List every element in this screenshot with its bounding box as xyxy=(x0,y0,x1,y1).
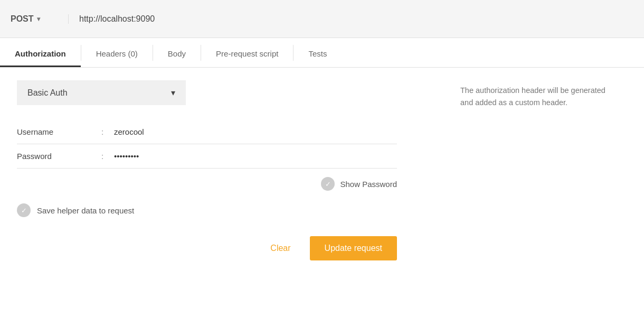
main-panel: Basic Auth ▾ Username : Password : ✓ Sho… xyxy=(0,68,443,273)
show-password-checkbox[interactable]: ✓ xyxy=(321,177,335,191)
password-row: Password : xyxy=(17,144,397,169)
clear-button[interactable]: Clear xyxy=(260,237,301,259)
auth-type-label: Basic Auth xyxy=(27,88,68,98)
auth-dropdown-chevron-icon: ▾ xyxy=(171,88,175,98)
url-bar[interactable]: http://localhost:9090 xyxy=(69,14,633,24)
password-label: Password xyxy=(17,152,101,161)
tab-body[interactable]: Body xyxy=(153,42,201,67)
tab-headers[interactable]: Headers (0) xyxy=(81,42,153,67)
tab-tests[interactable]: Tests xyxy=(293,42,342,67)
tab-authorization[interactable]: Authorization xyxy=(0,42,81,67)
tabs-bar: Authorization Headers (0) Body Pre-reque… xyxy=(0,38,644,68)
password-colon: : xyxy=(101,152,114,161)
username-input[interactable] xyxy=(114,125,397,138)
method-label: POST xyxy=(11,14,34,24)
save-helper-label: Save helper data to request xyxy=(37,206,134,215)
username-colon: : xyxy=(101,127,114,136)
side-panel-line1: The authorization header will be generat… xyxy=(460,85,627,97)
top-bar: POST ▾ http://localhost:9090 xyxy=(0,0,644,38)
tab-prerequest[interactable]: Pre-request script xyxy=(201,42,293,67)
save-helper-checkmark-icon: ✓ xyxy=(21,207,27,214)
side-panel-line2: and added as a custom header. xyxy=(460,97,627,109)
method-selector[interactable]: POST ▾ xyxy=(11,14,69,24)
method-chevron-icon: ▾ xyxy=(37,15,40,23)
save-helper-row: ✓ Save helper data to request xyxy=(17,195,427,232)
show-password-label: Show Password xyxy=(340,180,397,189)
content-area: Basic Auth ▾ Username : Password : ✓ Sho… xyxy=(0,68,644,273)
username-label: Username xyxy=(17,127,101,136)
password-input[interactable] xyxy=(114,150,397,163)
username-row: Username : xyxy=(17,120,397,144)
side-panel: The authorization header will be generat… xyxy=(443,68,644,273)
buttons-row: Clear Update request xyxy=(17,236,397,260)
update-request-button[interactable]: Update request xyxy=(310,236,397,260)
auth-type-dropdown[interactable]: Basic Auth ▾ xyxy=(17,80,186,105)
save-helper-checkbox[interactable]: ✓ xyxy=(17,203,31,217)
show-password-row: ✓ Show Password xyxy=(17,169,397,195)
checkmark-icon: ✓ xyxy=(325,180,331,188)
